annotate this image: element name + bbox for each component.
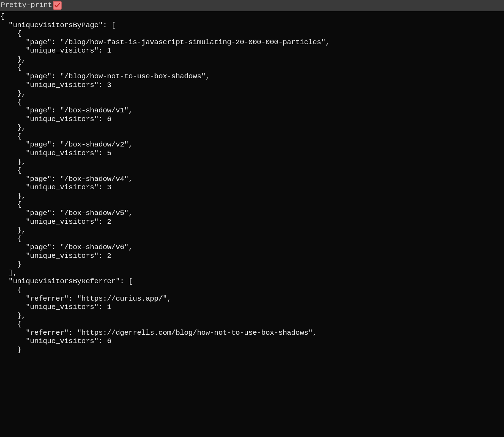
json-viewer-content: { "uniqueVisitorsByPage": [ { "page": "/… [0, 11, 504, 355]
pretty-print-header: Pretty-print [0, 0, 504, 11]
checkmark-icon [54, 2, 60, 8]
json-output: { "uniqueVisitorsByPage": [ { "page": "/… [0, 13, 330, 354]
pretty-print-checkbox[interactable] [53, 1, 62, 10]
pretty-print-label: Pretty-print [1, 1, 52, 10]
pretty-print-checkbox-wrapper [53, 1, 62, 10]
